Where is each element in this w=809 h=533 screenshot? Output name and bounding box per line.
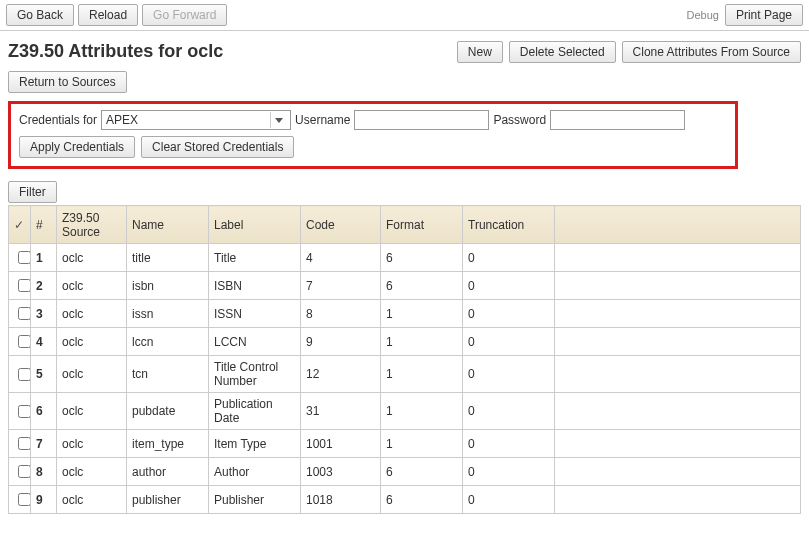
cell-truncation: 0 [463, 300, 555, 328]
clone-attributes-button[interactable]: Clone Attributes From Source [622, 41, 801, 63]
row-checkbox[interactable] [18, 437, 31, 450]
cell-number: 3 [31, 300, 57, 328]
cell-number: 6 [31, 393, 57, 430]
apply-credentials-button[interactable]: Apply Credentials [19, 136, 135, 158]
cell-label: ISSN [209, 300, 301, 328]
chevron-down-icon [270, 112, 286, 128]
cell-format: 6 [381, 458, 463, 486]
row-checkbox[interactable] [18, 279, 31, 292]
credentials-panel: Credentials for APEX Username Password A… [8, 101, 738, 169]
cell-name: isbn [127, 272, 209, 300]
row-checkbox[interactable] [18, 465, 31, 478]
row-checkbox[interactable] [18, 368, 31, 381]
cell-format: 1 [381, 430, 463, 458]
cell-code: 12 [301, 356, 381, 393]
print-page-button[interactable]: Print Page [725, 4, 803, 26]
cell-label: Title Control Number [209, 356, 301, 393]
cell-label: LCCN [209, 328, 301, 356]
row-checkbox[interactable] [18, 405, 31, 418]
column-header-source[interactable]: Z39.50 Source [57, 206, 127, 244]
column-header-format[interactable]: Format [381, 206, 463, 244]
cell-code: 1018 [301, 486, 381, 514]
cell-truncation: 0 [463, 272, 555, 300]
cell-source: oclc [57, 430, 127, 458]
column-header-blank [555, 206, 801, 244]
reload-button[interactable]: Reload [78, 4, 138, 26]
table-row[interactable]: 1oclctitleTitle460 [9, 244, 801, 272]
column-header-name[interactable]: Name [127, 206, 209, 244]
org-select-value: APEX [106, 113, 266, 127]
cell-label: Title [209, 244, 301, 272]
cell-label: Publication Date [209, 393, 301, 430]
go-forward-button: Go Forward [142, 4, 227, 26]
go-back-button[interactable]: Go Back [6, 4, 74, 26]
cell-blank [555, 430, 801, 458]
username-input[interactable] [354, 110, 489, 130]
cell-code: 31 [301, 393, 381, 430]
cell-source: oclc [57, 272, 127, 300]
cell-name: item_type [127, 430, 209, 458]
cell-source: oclc [57, 300, 127, 328]
table-row[interactable]: 2oclcisbnISBN760 [9, 272, 801, 300]
column-header-select[interactable] [9, 206, 31, 244]
cell-format: 1 [381, 328, 463, 356]
cell-label: Item Type [209, 430, 301, 458]
new-button[interactable]: New [457, 41, 503, 63]
row-checkbox[interactable] [18, 251, 31, 264]
cell-truncation: 0 [463, 430, 555, 458]
column-header-label[interactable]: Label [209, 206, 301, 244]
cell-number: 4 [31, 328, 57, 356]
org-select[interactable]: APEX [101, 110, 291, 130]
cell-blank [555, 356, 801, 393]
filter-button[interactable]: Filter [8, 181, 57, 203]
top-toolbar: Go Back Reload Go Forward Debug Print Pa… [0, 0, 809, 31]
table-row[interactable]: 4oclclccnLCCN910 [9, 328, 801, 356]
table-row[interactable]: 8oclcauthorAuthor100360 [9, 458, 801, 486]
cell-label: ISBN [209, 272, 301, 300]
cell-number: 5 [31, 356, 57, 393]
cell-number: 8 [31, 458, 57, 486]
clear-credentials-button[interactable]: Clear Stored Credentials [141, 136, 294, 158]
column-header-code[interactable]: Code [301, 206, 381, 244]
cell-format: 6 [381, 486, 463, 514]
cell-source: oclc [57, 458, 127, 486]
cell-label: Publisher [209, 486, 301, 514]
table-row[interactable]: 9oclcpublisherPublisher101860 [9, 486, 801, 514]
password-label: Password [493, 113, 546, 127]
row-checkbox[interactable] [18, 307, 31, 320]
debug-link[interactable]: Debug [687, 9, 719, 21]
cell-source: oclc [57, 328, 127, 356]
cell-blank [555, 393, 801, 430]
cell-label: Author [209, 458, 301, 486]
column-header-truncation[interactable]: Truncation [463, 206, 555, 244]
return-to-sources-button[interactable]: Return to Sources [8, 71, 127, 93]
cell-code: 1001 [301, 430, 381, 458]
cell-truncation: 0 [463, 328, 555, 356]
page-title: Z39.50 Attributes for oclc [8, 41, 223, 62]
table-row[interactable]: 6oclcpubdatePublication Date3110 [9, 393, 801, 430]
cell-blank [555, 328, 801, 356]
username-label: Username [295, 113, 350, 127]
row-checkbox[interactable] [18, 335, 31, 348]
cell-code: 7 [301, 272, 381, 300]
cell-blank [555, 244, 801, 272]
table-row[interactable]: 3oclcissnISSN810 [9, 300, 801, 328]
cell-name: issn [127, 300, 209, 328]
row-checkbox[interactable] [18, 493, 31, 506]
cell-number: 7 [31, 430, 57, 458]
table-row[interactable]: 5oclctcnTitle Control Number1210 [9, 356, 801, 393]
password-input[interactable] [550, 110, 685, 130]
cell-name: author [127, 458, 209, 486]
column-header-number[interactable]: # [31, 206, 57, 244]
cell-name: lccn [127, 328, 209, 356]
cell-format: 1 [381, 356, 463, 393]
cell-format: 6 [381, 272, 463, 300]
cell-format: 1 [381, 300, 463, 328]
cell-number: 9 [31, 486, 57, 514]
cell-source: oclc [57, 393, 127, 430]
cell-truncation: 0 [463, 486, 555, 514]
table-row[interactable]: 7oclcitem_typeItem Type100110 [9, 430, 801, 458]
delete-selected-button[interactable]: Delete Selected [509, 41, 616, 63]
cell-name: pubdate [127, 393, 209, 430]
cell-code: 4 [301, 244, 381, 272]
